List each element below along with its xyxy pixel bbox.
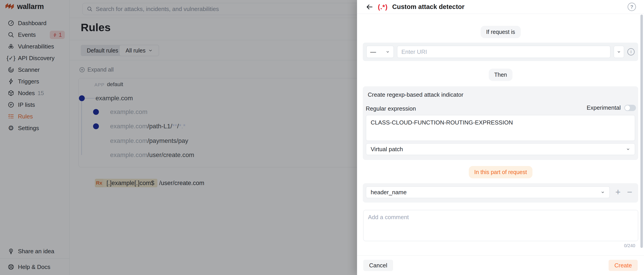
toggle-knob [625, 106, 630, 110]
regex-value-input[interactable]: CLASS-CLOUD-FUNCTION-ROUTING-EXPRESSION [366, 115, 635, 141]
experimental-label: Experimental [586, 104, 621, 111]
uri-condition-row: — i [363, 42, 638, 61]
arrow-left-icon [366, 3, 373, 11]
attack-type-select[interactable]: Virtual patch [366, 143, 635, 155]
cancel-button[interactable]: Cancel [363, 260, 393, 271]
panel-footer: Cancel Create [357, 256, 644, 275]
info-icon[interactable]: i [628, 48, 634, 56]
back-button[interactable] [366, 3, 373, 11]
in-this-part-chip: In this part of request [469, 166, 532, 178]
action-heading: Create regexp-based attack indicator [368, 91, 463, 98]
uri-options-button[interactable] [614, 46, 624, 58]
experimental-toggle[interactable] [624, 105, 636, 111]
panel-body: If request is — i Then Create regexp-bas… [357, 14, 644, 256]
panel-title: Custom attack detector [392, 3, 464, 10]
regex-rule-icon: (.*) [378, 3, 388, 11]
chevron-down-icon [600, 190, 605, 194]
comment-char-counter: 0/240 [624, 243, 635, 248]
panel-header: (.*) Custom attack detector ? [357, 0, 644, 14]
add-request-part-button[interactable]: + [613, 186, 623, 198]
then-chip: Then [488, 69, 512, 81]
experimental-control: Experimental [586, 104, 636, 111]
modal-overlay[interactable] [0, 0, 357, 275]
remove-request-part-button[interactable]: − [625, 186, 634, 198]
chevron-down-icon [626, 147, 630, 152]
if-request-is-chip: If request is [480, 26, 521, 38]
app: wallarm Dashboard Events 1 [0, 0, 644, 275]
regular-expression-label: Regular expression [366, 105, 416, 112]
comment-input[interactable] [363, 210, 638, 241]
uri-operator-select[interactable]: — [366, 46, 394, 58]
create-button[interactable]: Create [608, 260, 638, 271]
uri-input[interactable] [397, 46, 610, 58]
panel-scrollbar[interactable] [640, 14, 643, 248]
attack-indicator-card: Create regexp-based attack indicator Reg… [363, 86, 638, 160]
custom-attack-detector-panel: (.*) Custom attack detector ? If request… [357, 0, 644, 275]
chevron-down-icon [386, 50, 390, 54]
request-part-select[interactable]: header_name [366, 186, 610, 198]
help-button[interactable]: ? [628, 3, 636, 11]
chevron-down-icon [617, 50, 621, 54]
request-part-card: header_name + − [363, 183, 638, 202]
